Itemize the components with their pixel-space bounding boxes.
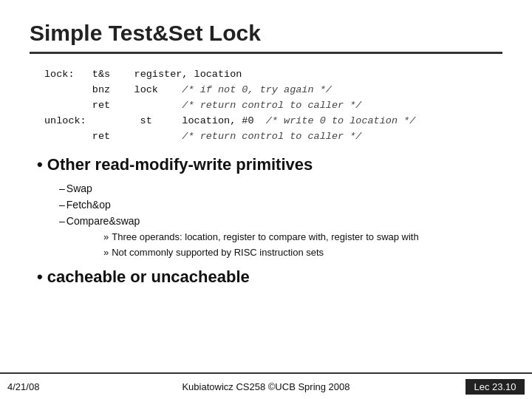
code-col1: ret bbox=[44, 98, 134, 114]
code-col2: register, location bbox=[134, 67, 242, 83]
bullet-1: Other read-modify-write primitives Swap … bbox=[30, 155, 502, 261]
code-col2: lock /* if not 0, try again */ bbox=[134, 83, 332, 98]
bullet-2: cacheable or uncacheable bbox=[30, 267, 502, 293]
code-line-1: lock: t&s register, location bbox=[44, 67, 502, 83]
slide: Simple Test&Set Lock lock: t&s register,… bbox=[0, 0, 532, 399]
sub-bullet-swap: Swap bbox=[59, 180, 502, 197]
footer-date: 4/21/08 bbox=[7, 381, 66, 392]
title-area: Simple Test&Set Lock bbox=[30, 21, 502, 54]
slide-title: Simple Test&Set Lock bbox=[30, 21, 502, 46]
footer-lec: Lec 23.10 bbox=[466, 379, 525, 395]
code-col1: unlock: st bbox=[44, 114, 152, 129]
sub-sub-2: Not commonly supported by RISC instructi… bbox=[103, 245, 502, 261]
bullet-2-text: cacheable or uncacheable bbox=[37, 267, 502, 287]
code-col2: /* return control to caller */ bbox=[134, 129, 362, 145]
sub-sub-1: Three operands: location, register to co… bbox=[103, 230, 502, 245]
code-col1: ret bbox=[44, 129, 134, 145]
sub-sub-bullets: Three operands: location, register to co… bbox=[103, 230, 502, 261]
code-line-3: ret /* return control to caller */ bbox=[44, 98, 502, 114]
code-col1: lock: t&s bbox=[44, 67, 134, 83]
code-block: lock: t&s register, location bnz lock /*… bbox=[44, 67, 502, 145]
bullet-1-text: Other read-modify-write primitives bbox=[37, 155, 502, 174]
sub-bullets-1: Swap Fetch&op Compare&swap Three operand… bbox=[59, 180, 502, 261]
code-col2: location, #0 /* write 0 to location */ bbox=[152, 114, 415, 129]
code-line-5: ret /* return control to caller */ bbox=[44, 129, 502, 145]
footer: 4/21/08 Kubiatowicz CS258 ©UCB Spring 20… bbox=[0, 372, 532, 399]
sub-bullet-fetchop: Fetch&op bbox=[59, 197, 502, 213]
code-line-4: unlock: st location, #0 /* write 0 to lo… bbox=[44, 114, 502, 129]
code-col1: bnz bbox=[44, 83, 134, 98]
sub-bullet-compareswap: Compare&swap bbox=[59, 213, 502, 229]
code-col2: /* return control to caller */ bbox=[134, 98, 362, 114]
footer-course: Kubiatowicz CS258 ©UCB Spring 2008 bbox=[66, 381, 466, 392]
code-line-2: bnz lock /* if not 0, try again */ bbox=[44, 83, 502, 98]
